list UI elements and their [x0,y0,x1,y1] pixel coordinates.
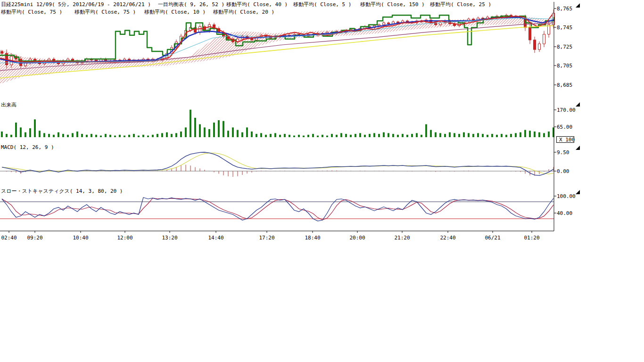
y-axis-label: 65.00 [557,124,572,130]
y-axis-label: 8,685 [557,82,572,88]
stoch-panel-scale-icon[interactable] [576,190,580,194]
y-axis-label: 0.00 [557,168,570,174]
legend-ma-20: 移動平均( Close, 20 ) [213,8,274,16]
stoch-panel-title: スロー・ストキャスティクス( 14, 3, 80, 20 ) [1,188,123,195]
legend-ma-40: 移動平均( Close, 40 ) [226,1,288,8]
y-axis-label: 170.00 [557,107,576,113]
time-axis-label: 12:00 [117,235,132,241]
y-axis-label: 100.00 [557,193,576,199]
chart-canvas[interactable]: 8,7658,7458,7258,7058,685170.0065.009.50… [0,0,644,245]
y-axis-label: 8,725 [557,44,572,50]
time-axis-label: 20:00 [349,235,365,241]
legend-ma-5: 移動平均( Close, 5 ) [293,1,351,8]
chart-application-window: { "header": { "line1": [ "日経225mini 12/0… [0,0,644,362]
time-axis-label: 09:20 [27,235,42,241]
time-axis-label: 21:20 [394,235,410,241]
y-axis-label: 9.50 [557,149,570,156]
y-axis-label: 8,765 [557,6,572,12]
legend-ma-75b: 移動平均( Close, 75 ) [74,8,136,16]
stoch-percent-d-line [2,198,553,220]
time-axis-label: 18:40 [305,235,320,241]
axis-labels-layer: 8,7658,7458,7258,7058,685170.0065.009.50… [1,6,575,241]
macd-macd-line [2,152,553,175]
volume-multiplier-label: X 100 [559,137,575,143]
y-axis-label: 8,705 [557,63,572,69]
volume-multiplier-badge: X 100 [557,137,575,143]
y-axis-label: 40.00 [557,210,572,216]
time-axis-label: 10:40 [73,235,88,241]
time-axis-label: 13:20 [162,235,177,241]
legend-ma-75a: 移動平均( Close, 75 ) [1,8,62,16]
macd-layer [0,152,554,177]
legend-ma-10: 移動平均( Close, 10 ) [144,8,206,16]
legend-ma-25: 移動平均( Close, 25 ) [430,1,491,8]
volume-bars-layer [1,110,554,137]
legend-ichimoku: 一目均衡表( 9, 26, 52 ) [158,1,224,8]
time-axis-label: 06/21 [485,235,500,241]
macd-panel-title: MACD( 12, 26, 9 ) [1,144,54,150]
macd-signal-line [2,153,553,174]
stochastics-layer [0,197,554,221]
time-axis-label: 01:20 [524,235,539,241]
legend-ma-150: 移動平均( Close, 150 ) [360,1,425,8]
instrument-title: 日経225mini 12/09( 5分, 2012/06/19 - 2012/0… [1,1,151,8]
volume-panel-title: 出来高 [1,101,17,108]
time-axis-label: 02:40 [1,235,17,241]
macd-panel-scale-icon[interactable] [576,146,580,150]
time-axis-label: 14:40 [208,235,223,241]
time-axis-label: 22:40 [440,235,455,241]
time-axis-label: 17:20 [259,235,274,241]
stoch-percent-k-line [2,197,553,221]
volume-panel-scale-icon[interactable] [576,102,580,107]
y-axis-label: 8,745 [557,25,572,31]
price-panel-scale-icon[interactable] [576,3,580,8]
